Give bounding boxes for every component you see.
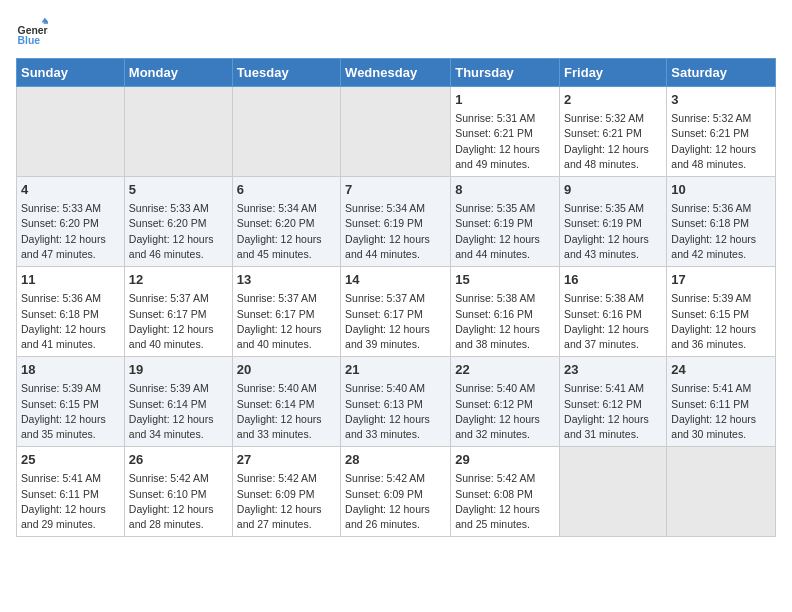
day-content: Sunrise: 5:37 AM Sunset: 6:17 PM Dayligh… [237, 291, 336, 352]
svg-text:Blue: Blue [18, 35, 41, 46]
calendar-header: SundayMondayTuesdayWednesdayThursdayFrid… [17, 59, 776, 87]
calendar-cell: 14Sunrise: 5:37 AM Sunset: 6:17 PM Dayli… [341, 267, 451, 357]
day-content: Sunrise: 5:42 AM Sunset: 6:09 PM Dayligh… [345, 471, 446, 532]
day-number: 27 [237, 451, 336, 469]
calendar-cell: 24Sunrise: 5:41 AM Sunset: 6:11 PM Dayli… [667, 357, 776, 447]
day-number: 15 [455, 271, 555, 289]
calendar-week-4: 18Sunrise: 5:39 AM Sunset: 6:15 PM Dayli… [17, 357, 776, 447]
day-number: 8 [455, 181, 555, 199]
day-content: Sunrise: 5:41 AM Sunset: 6:12 PM Dayligh… [564, 381, 662, 442]
day-number: 21 [345, 361, 446, 379]
calendar-cell: 20Sunrise: 5:40 AM Sunset: 6:14 PM Dayli… [232, 357, 340, 447]
day-number: 16 [564, 271, 662, 289]
day-number: 6 [237, 181, 336, 199]
logo: General Blue [16, 16, 52, 48]
day-number: 2 [564, 91, 662, 109]
day-number: 12 [129, 271, 228, 289]
calendar-cell: 3Sunrise: 5:32 AM Sunset: 6:21 PM Daylig… [667, 87, 776, 177]
calendar-cell [667, 447, 776, 537]
day-content: Sunrise: 5:34 AM Sunset: 6:20 PM Dayligh… [237, 201, 336, 262]
day-content: Sunrise: 5:35 AM Sunset: 6:19 PM Dayligh… [455, 201, 555, 262]
calendar-cell: 1Sunrise: 5:31 AM Sunset: 6:21 PM Daylig… [451, 87, 560, 177]
day-number: 26 [129, 451, 228, 469]
weekday-header-row: SundayMondayTuesdayWednesdayThursdayFrid… [17, 59, 776, 87]
day-content: Sunrise: 5:36 AM Sunset: 6:18 PM Dayligh… [21, 291, 120, 352]
day-content: Sunrise: 5:36 AM Sunset: 6:18 PM Dayligh… [671, 201, 771, 262]
day-content: Sunrise: 5:39 AM Sunset: 6:14 PM Dayligh… [129, 381, 228, 442]
day-content: Sunrise: 5:33 AM Sunset: 6:20 PM Dayligh… [129, 201, 228, 262]
weekday-header-monday: Monday [124, 59, 232, 87]
logo-icon: General Blue [16, 16, 48, 48]
calendar-cell: 2Sunrise: 5:32 AM Sunset: 6:21 PM Daylig… [560, 87, 667, 177]
day-number: 3 [671, 91, 771, 109]
day-number: 17 [671, 271, 771, 289]
day-content: Sunrise: 5:33 AM Sunset: 6:20 PM Dayligh… [21, 201, 120, 262]
calendar-cell: 21Sunrise: 5:40 AM Sunset: 6:13 PM Dayli… [341, 357, 451, 447]
calendar-body: 1Sunrise: 5:31 AM Sunset: 6:21 PM Daylig… [17, 87, 776, 537]
calendar-cell: 22Sunrise: 5:40 AM Sunset: 6:12 PM Dayli… [451, 357, 560, 447]
calendar-cell: 25Sunrise: 5:41 AM Sunset: 6:11 PM Dayli… [17, 447, 125, 537]
calendar-cell: 15Sunrise: 5:38 AM Sunset: 6:16 PM Dayli… [451, 267, 560, 357]
day-content: Sunrise: 5:39 AM Sunset: 6:15 PM Dayligh… [671, 291, 771, 352]
day-content: Sunrise: 5:39 AM Sunset: 6:15 PM Dayligh… [21, 381, 120, 442]
day-number: 25 [21, 451, 120, 469]
day-content: Sunrise: 5:32 AM Sunset: 6:21 PM Dayligh… [564, 111, 662, 172]
calendar-week-1: 1Sunrise: 5:31 AM Sunset: 6:21 PM Daylig… [17, 87, 776, 177]
day-number: 11 [21, 271, 120, 289]
calendar-cell: 28Sunrise: 5:42 AM Sunset: 6:09 PM Dayli… [341, 447, 451, 537]
day-content: Sunrise: 5:31 AM Sunset: 6:21 PM Dayligh… [455, 111, 555, 172]
day-content: Sunrise: 5:35 AM Sunset: 6:19 PM Dayligh… [564, 201, 662, 262]
weekday-header-saturday: Saturday [667, 59, 776, 87]
day-number: 22 [455, 361, 555, 379]
calendar-week-2: 4Sunrise: 5:33 AM Sunset: 6:20 PM Daylig… [17, 177, 776, 267]
day-content: Sunrise: 5:40 AM Sunset: 6:14 PM Dayligh… [237, 381, 336, 442]
day-content: Sunrise: 5:42 AM Sunset: 6:09 PM Dayligh… [237, 471, 336, 532]
day-number: 10 [671, 181, 771, 199]
calendar-cell [232, 87, 340, 177]
weekday-header-tuesday: Tuesday [232, 59, 340, 87]
calendar-cell [124, 87, 232, 177]
weekday-header-friday: Friday [560, 59, 667, 87]
calendar-cell: 9Sunrise: 5:35 AM Sunset: 6:19 PM Daylig… [560, 177, 667, 267]
calendar-cell: 13Sunrise: 5:37 AM Sunset: 6:17 PM Dayli… [232, 267, 340, 357]
day-number: 9 [564, 181, 662, 199]
day-content: Sunrise: 5:42 AM Sunset: 6:10 PM Dayligh… [129, 471, 228, 532]
day-content: Sunrise: 5:32 AM Sunset: 6:21 PM Dayligh… [671, 111, 771, 172]
day-content: Sunrise: 5:38 AM Sunset: 6:16 PM Dayligh… [564, 291, 662, 352]
calendar-cell: 18Sunrise: 5:39 AM Sunset: 6:15 PM Dayli… [17, 357, 125, 447]
calendar-cell: 26Sunrise: 5:42 AM Sunset: 6:10 PM Dayli… [124, 447, 232, 537]
day-number: 24 [671, 361, 771, 379]
day-content: Sunrise: 5:40 AM Sunset: 6:12 PM Dayligh… [455, 381, 555, 442]
calendar-cell [341, 87, 451, 177]
day-number: 1 [455, 91, 555, 109]
calendar-cell: 4Sunrise: 5:33 AM Sunset: 6:20 PM Daylig… [17, 177, 125, 267]
day-content: Sunrise: 5:40 AM Sunset: 6:13 PM Dayligh… [345, 381, 446, 442]
calendar-cell: 6Sunrise: 5:34 AM Sunset: 6:20 PM Daylig… [232, 177, 340, 267]
calendar-cell: 12Sunrise: 5:37 AM Sunset: 6:17 PM Dayli… [124, 267, 232, 357]
calendar-week-5: 25Sunrise: 5:41 AM Sunset: 6:11 PM Dayli… [17, 447, 776, 537]
calendar-table: SundayMondayTuesdayWednesdayThursdayFrid… [16, 58, 776, 537]
day-content: Sunrise: 5:41 AM Sunset: 6:11 PM Dayligh… [671, 381, 771, 442]
day-content: Sunrise: 5:41 AM Sunset: 6:11 PM Dayligh… [21, 471, 120, 532]
calendar-cell: 5Sunrise: 5:33 AM Sunset: 6:20 PM Daylig… [124, 177, 232, 267]
calendar-cell: 11Sunrise: 5:36 AM Sunset: 6:18 PM Dayli… [17, 267, 125, 357]
weekday-header-thursday: Thursday [451, 59, 560, 87]
day-number: 18 [21, 361, 120, 379]
calendar-cell [560, 447, 667, 537]
calendar-cell: 7Sunrise: 5:34 AM Sunset: 6:19 PM Daylig… [341, 177, 451, 267]
day-content: Sunrise: 5:37 AM Sunset: 6:17 PM Dayligh… [345, 291, 446, 352]
day-number: 23 [564, 361, 662, 379]
calendar-cell: 19Sunrise: 5:39 AM Sunset: 6:14 PM Dayli… [124, 357, 232, 447]
day-content: Sunrise: 5:37 AM Sunset: 6:17 PM Dayligh… [129, 291, 228, 352]
calendar-week-3: 11Sunrise: 5:36 AM Sunset: 6:18 PM Dayli… [17, 267, 776, 357]
day-content: Sunrise: 5:38 AM Sunset: 6:16 PM Dayligh… [455, 291, 555, 352]
calendar-cell: 16Sunrise: 5:38 AM Sunset: 6:16 PM Dayli… [560, 267, 667, 357]
day-content: Sunrise: 5:34 AM Sunset: 6:19 PM Dayligh… [345, 201, 446, 262]
day-number: 19 [129, 361, 228, 379]
calendar-cell: 17Sunrise: 5:39 AM Sunset: 6:15 PM Dayli… [667, 267, 776, 357]
day-content: Sunrise: 5:42 AM Sunset: 6:08 PM Dayligh… [455, 471, 555, 532]
day-number: 29 [455, 451, 555, 469]
day-number: 7 [345, 181, 446, 199]
day-number: 5 [129, 181, 228, 199]
calendar-cell: 8Sunrise: 5:35 AM Sunset: 6:19 PM Daylig… [451, 177, 560, 267]
